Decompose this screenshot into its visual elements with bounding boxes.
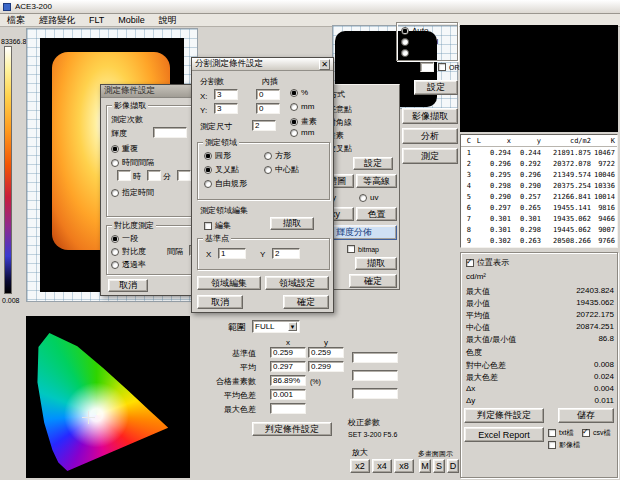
excel-report-button[interactable]: Excel Report [464, 427, 544, 442]
radio-icon [290, 103, 298, 111]
dialog-title-bar[interactable]: 分割測定條件設定 ✕ [192, 58, 333, 71]
multi-d-button[interactable]: D [447, 459, 459, 473]
split-cancel-button[interactable]: 取消 [197, 295, 243, 309]
zoom-x2-button[interactable]: x2 [350, 459, 370, 473]
aux-field-3[interactable] [352, 388, 398, 399]
base-x-label: X [206, 250, 211, 260]
menu-flt[interactable]: FLT [82, 15, 111, 25]
area-edit-button[interactable]: 領域編集 [197, 276, 261, 290]
max-color-diff-field[interactable] [270, 403, 306, 414]
y-div-field[interactable]: 3 [214, 103, 238, 114]
ref-x-field[interactable]: 0.259 [270, 347, 306, 358]
aux-field-1[interactable] [352, 352, 398, 363]
aux-field-2[interactable] [352, 370, 398, 381]
close-icon[interactable]: ✕ [319, 59, 330, 70]
size-field[interactable]: 2 [252, 120, 276, 131]
y-interp-field[interactable]: 0 [256, 103, 280, 114]
avg-color-diff-label: 平均色差 [224, 391, 256, 401]
radio-pixel-unit[interactable]: 畫素 [290, 116, 317, 127]
gain-field[interactable] [420, 62, 434, 72]
checkbox-image-file[interactable]: 影像檔 [548, 440, 580, 450]
checkbox-edit[interactable]: 編集 [204, 220, 231, 231]
radio-repeat[interactable]: 重覆 [111, 143, 138, 154]
measure-button[interactable]: 測定 [402, 148, 458, 164]
save-button[interactable]: 儲存 [558, 408, 614, 423]
radio-one-step[interactable]: 一段 [111, 233, 138, 244]
contour-view-button[interactable]: 等高線 [356, 174, 397, 188]
radio-manual[interactable]: Manual [401, 37, 438, 46]
radio-icon [401, 49, 409, 57]
radio-ss[interactable]: SS [401, 48, 423, 57]
ref-y-field[interactable]: 0.259 [308, 347, 344, 358]
capture-button[interactable]: 影像擷取 [402, 108, 458, 124]
menu-mobile[interactable]: Mobile [111, 15, 152, 25]
checkbox-icon [438, 63, 446, 71]
bottom-judge-button[interactable]: 判定條件設定 [252, 422, 332, 436]
checkbox-or[interactable]: OR [438, 63, 460, 71]
checkbox-csv-file[interactable]: ✓csv檔 [582, 428, 611, 438]
hour-field[interactable] [117, 170, 131, 181]
menu-path-change[interactable]: 經路變化 [32, 14, 82, 27]
second-field[interactable] [177, 170, 191, 181]
checkbox-bitmap[interactable]: bitmap [347, 245, 379, 253]
pass-pixel-unit: (%) [310, 377, 321, 387]
radio-icon [290, 118, 298, 126]
checkbox-icon: ✓ [466, 259, 474, 267]
cie-chromaticity-diagram[interactable] [26, 316, 190, 478]
range-select[interactable]: FULL▼ [252, 320, 300, 333]
stats-judge-button[interactable]: 判定條件設定 [464, 408, 544, 423]
split-ok-button[interactable]: 確定 [283, 295, 329, 309]
camera-image-view[interactable] [460, 25, 618, 132]
checkbox-position-display[interactable]: ✓位置表示 [466, 257, 509, 268]
x-interp-field[interactable]: 0 [256, 89, 280, 100]
luminance-scale-bar [4, 46, 12, 294]
avg-y-field[interactable]: 0.299 [308, 361, 344, 372]
x-div-field[interactable]: 3 [214, 89, 238, 100]
chroma-view-button[interactable]: 色置 [356, 207, 397, 221]
radio-time-interval[interactable]: 時間間隔 [111, 157, 154, 168]
radio-cross[interactable]: 叉乂點 [204, 164, 239, 175]
measurement-table[interactable]: CLxycd/m2K 10.2940.24421891.87510467 20.… [460, 134, 618, 248]
base-y-field[interactable]: 2 [272, 248, 300, 259]
checkbox-icon [548, 441, 556, 449]
multi-s-button[interactable]: S [433, 459, 445, 473]
menu-help[interactable]: 說明 [152, 14, 184, 27]
luminance-field[interactable] [153, 127, 187, 138]
radio-circle[interactable]: 圓形 [204, 150, 231, 161]
pass-pixel-field[interactable]: 86.89% [270, 375, 306, 386]
radio-transmittance[interactable]: 透過率 [111, 259, 146, 270]
display-ok-button[interactable]: 確定 [349, 274, 397, 288]
radio-square[interactable]: 方形 [264, 150, 291, 161]
radio-percent[interactable]: % [290, 88, 308, 97]
chevron-down-icon[interactable]: ▼ [288, 322, 297, 331]
zoom-x8-button[interactable]: x8 [394, 459, 414, 473]
radio-icon [401, 38, 409, 46]
scale-min-label: 0.008 [2, 296, 20, 306]
radio-icon [264, 152, 272, 160]
radio-mm-unit-2[interactable]: mm [290, 128, 314, 137]
avg-color-diff-field[interactable]: 0.001 [270, 389, 306, 400]
base-x-field[interactable]: 1 [218, 248, 246, 259]
radio-free-shape[interactable]: 自由規形 [204, 178, 247, 189]
area-set-button[interactable]: 領域設定 [265, 276, 329, 290]
avg-x-field[interactable]: 0.297 [270, 361, 306, 372]
radio-specified-time[interactable]: 指定時間 [111, 187, 154, 198]
checkbox-txt-file[interactable]: txt檔 [548, 428, 573, 438]
radio-auto[interactable]: Auto [401, 26, 428, 35]
minute-field[interactable] [147, 170, 161, 181]
multi-m-button[interactable]: M [419, 459, 431, 473]
radio-mm-unit[interactable]: mm [290, 102, 314, 111]
zoom-x4-button[interactable]: x4 [372, 459, 392, 473]
menu-file[interactable]: 檔案 [0, 14, 32, 27]
settings-button[interactable]: 設定 [414, 80, 458, 95]
radio-center[interactable]: 中心點 [264, 164, 299, 175]
grab-button[interactable]: 擷取 [270, 217, 314, 230]
radio-uv[interactable]: uv [359, 193, 378, 202]
radio-icon [359, 194, 367, 202]
mode-set-button[interactable]: 設定 [353, 157, 393, 170]
measure-cancel-button[interactable]: 取消 [108, 279, 148, 292]
radio-contrast[interactable]: 對比度 [111, 246, 146, 257]
display-grab-button[interactable]: 擷取 [355, 257, 397, 270]
title-bar: ACE3-200 [0, 0, 620, 14]
analyze-button[interactable]: 分析 [402, 128, 458, 144]
